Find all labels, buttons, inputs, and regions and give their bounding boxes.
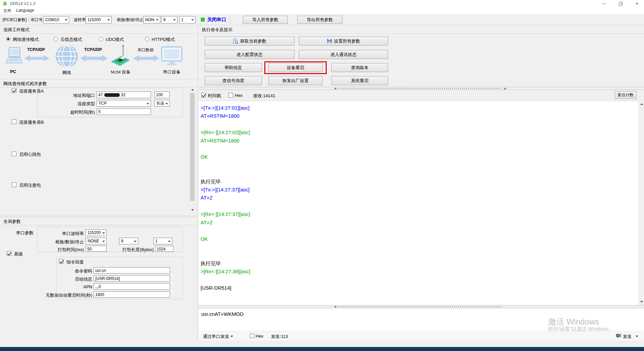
- m2m-device-icon: [109, 45, 131, 69]
- toolbar: [PC串口参数]：串口号 COM10 波特率 115200 检验/数据/停止 N…: [0, 14, 644, 25]
- regpack-checkbox[interactable]: [12, 182, 16, 187]
- menu-language[interactable]: Language: [16, 8, 34, 13]
- scroll-up-icon[interactable]: [190, 87, 195, 93]
- mode-radio-net[interactable]: [6, 37, 10, 41]
- query-signal-button[interactable]: 查信号强度: [205, 76, 262, 85]
- mode-radio-udc[interactable]: [99, 37, 103, 41]
- cmdpwd-input[interactable]: usr.cn: [94, 267, 170, 274]
- get-params-button[interactable]: 获取当前参数: [205, 37, 294, 46]
- export-params-button[interactable]: 导出所有参数: [297, 16, 342, 24]
- title-bar: DR514 V2.1.3 — ✕: [0, 0, 644, 7]
- query-version-button[interactable]: 查询版本: [331, 63, 388, 72]
- reset-counter-button[interactable]: 复位计数: [615, 91, 636, 99]
- port-open-indicator-icon: [201, 18, 205, 21]
- server-port-input[interactable]: 100: [154, 92, 170, 98]
- packtime-input[interactable]: 50: [86, 246, 107, 252]
- send-dropdown-icon[interactable]: [636, 336, 638, 337]
- keepalive-select[interactable]: 长连接: [154, 100, 170, 107]
- diagram-serial-label: 串口设备: [163, 69, 180, 75]
- cmdpwd-label: 命令密码: [40, 268, 92, 274]
- echo-label[interactable]: 指令回显: [66, 259, 84, 265]
- bootinfo-input[interactable]: [USR-DR514]: [94, 275, 170, 282]
- regpack-label[interactable]: 启用注册包: [19, 182, 41, 188]
- close-button[interactable]: ✕: [631, 0, 643, 7]
- g-parity-select[interactable]: NONE: [86, 238, 107, 244]
- server-b-checkbox[interactable]: [12, 119, 16, 124]
- send-splitter[interactable]: [199, 305, 644, 308]
- mode-label-net[interactable]: 网络透传模式: [13, 37, 39, 43]
- log-output[interactable]: >[Tx->][14:27:01][asc]AT+RSTIM=1800 >[Rx…: [199, 101, 639, 305]
- send-hex-checkbox[interactable]: [250, 334, 254, 338]
- left-scrollbar[interactable]: [190, 86, 195, 213]
- splitter-dots: [337, 88, 502, 89]
- databits-select[interactable]: 8: [161, 16, 177, 23]
- splitter-dots: [337, 306, 502, 307]
- scroll-down-icon[interactable]: [190, 207, 195, 213]
- stopbits-select[interactable]: 1: [179, 16, 196, 23]
- chevron-down-icon: [106, 16, 111, 23]
- baud-label: 波特率: [74, 17, 86, 23]
- send-button[interactable]: 发送: [623, 334, 632, 340]
- enter-config-button[interactable]: 进入配置状态: [205, 50, 294, 59]
- idle-restart-input[interactable]: 1800: [94, 291, 170, 298]
- log-hex-label[interactable]: Hex: [235, 93, 243, 98]
- log-line: [201, 145, 637, 153]
- mode-radio-httpd[interactable]: [145, 37, 149, 41]
- timestamp-checkbox[interactable]: [201, 93, 206, 98]
- sent-counter: 发送:113: [271, 334, 288, 340]
- chevron-down-icon: [230, 336, 233, 337]
- com-port-select[interactable]: COM10: [43, 16, 69, 23]
- enter-comm-button[interactable]: 进入通讯状态: [299, 50, 388, 59]
- work-mode-header: 选择工作模式: [3, 27, 30, 33]
- heartbeat-checkbox[interactable]: [12, 152, 16, 156]
- g-databits-select[interactable]: 8: [119, 238, 138, 244]
- server-b-label[interactable]: 连接服务器B: [19, 119, 44, 125]
- net-params-header: 网络透传模式相关参数: [3, 81, 47, 87]
- via-serial-dropdown[interactable]: 通过串口发送: [203, 334, 233, 340]
- scrollbar-thumb[interactable]: [190, 93, 195, 201]
- address-prefix: 47.: [98, 93, 104, 97]
- system-restart-button[interactable]: 系统重启: [331, 76, 388, 85]
- conn-type-select[interactable]: TCP: [97, 100, 151, 107]
- mode-label-cloud[interactable]: 云组态模式: [60, 37, 82, 43]
- echo-checkbox[interactable]: [59, 259, 64, 264]
- import-params-button[interactable]: 导入所有参数: [243, 16, 288, 24]
- advanced-label[interactable]: 高级: [14, 251, 23, 257]
- timestamp-label[interactable]: 时间戳: [208, 93, 221, 99]
- mode-label-udc[interactable]: UDC模式: [106, 37, 124, 43]
- help-button[interactable]: 帮助信息: [205, 63, 262, 72]
- server-address-input[interactable]: 47..32: [97, 92, 151, 98]
- apn-input[interactable]: ,,,0: [94, 283, 170, 290]
- g-baud-select[interactable]: 115200: [86, 229, 107, 236]
- timeout-input[interactable]: 5: [97, 108, 151, 115]
- baud-select[interactable]: 115200: [86, 16, 112, 23]
- parity-select[interactable]: NONI: [143, 16, 160, 23]
- send-horn-icon[interactable]: [615, 333, 621, 339]
- diagram-link2-label: TCP/UDP: [84, 47, 102, 52]
- scroll-up-icon[interactable]: [639, 101, 644, 107]
- apn-label: APN: [40, 284, 92, 289]
- restore-button[interactable]: [614, 0, 626, 7]
- advanced-checkbox[interactable]: [7, 251, 11, 256]
- log-splitter[interactable]: [199, 87, 644, 90]
- set-params-button[interactable]: 设置所有参数: [299, 37, 388, 46]
- scroll-down-icon[interactable]: [639, 299, 644, 305]
- log-hex-checkbox[interactable]: [228, 93, 233, 98]
- factory-reset-button[interactable]: 恢复出厂设置: [268, 76, 323, 85]
- packlen-input[interactable]: 1024: [155, 246, 173, 252]
- menu-file[interactable]: 文件: [3, 8, 11, 14]
- heartbeat-label[interactable]: 启用心跳包: [19, 152, 41, 158]
- send-hex-label[interactable]: Hex: [256, 334, 263, 339]
- toolbar-separator: [230, 15, 230, 24]
- g-stopbits-select[interactable]: 1: [153, 238, 172, 244]
- mode-radio-cloud[interactable]: [54, 37, 58, 41]
- mode-label-httpd[interactable]: HTTPD模式: [152, 37, 175, 43]
- log-scrollbar[interactable]: [639, 101, 644, 305]
- minimize-button[interactable]: —: [598, 0, 609, 7]
- close-port-button[interactable]: 关闭串口: [207, 17, 226, 23]
- taskbar-strip: [0, 347, 644, 351]
- server-a-checkbox[interactable]: [12, 88, 16, 93]
- log-line: [201, 227, 637, 235]
- splitter-handle-icon: [504, 87, 506, 89]
- commands-header: 执行命令及提示: [202, 27, 232, 33]
